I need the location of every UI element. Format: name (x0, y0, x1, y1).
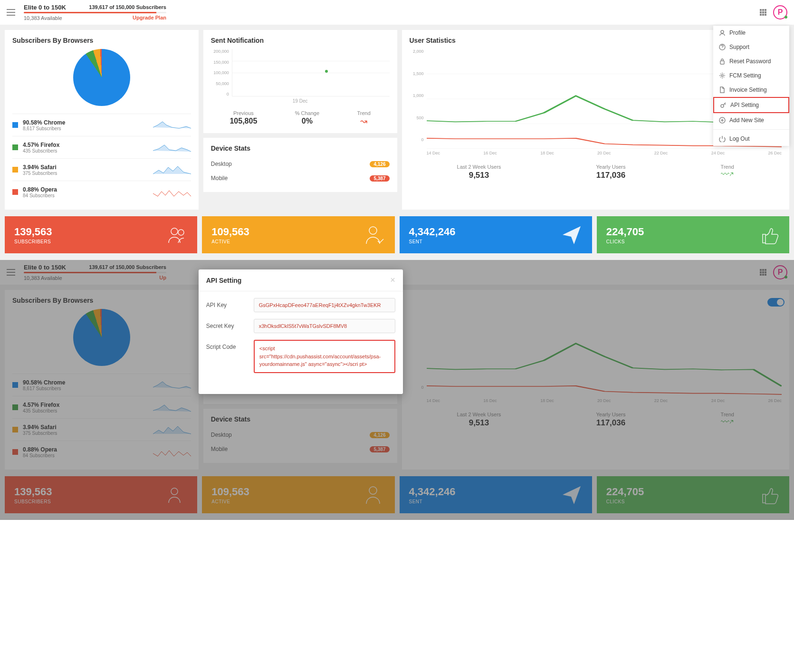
notification-card: Sent Notification 200,000150,000100,0005… (203, 30, 397, 133)
apps-icon[interactable] (760, 9, 766, 16)
color-swatch (12, 189, 18, 195)
browsers-pie (73, 49, 130, 106)
user-yaxis: 2,0001,5001,0005000 (410, 49, 427, 149)
dropdown-reset-password[interactable]: Reset Password (713, 54, 789, 68)
secret-key-field[interactable]: x3hOksdlCklS5t7vWaTGslvSDF8MV8 (254, 319, 395, 333)
device-row: Mobile5,387 (211, 171, 390, 185)
svg-point-12 (369, 227, 377, 234)
browser-row: 3.94% Safari375 Subscribers (12, 158, 191, 181)
kpi-row: 139,563SUBSCRIBERS 109,563ACTIVE 4,342,2… (0, 216, 794, 260)
browser-row: 4.57% Firefox435 Subscribers (12, 136, 191, 158)
notif-plot (232, 49, 390, 96)
topbar: Elite 0 to 150K 139,617 of 150,000 Subsc… (0, 0, 794, 25)
upgrade-plan-link[interactable]: Upgrade Plan (133, 15, 166, 20)
users-icon (166, 224, 188, 246)
color-swatch (12, 167, 18, 173)
device-badge: 5,387 (370, 175, 389, 182)
sparkline (153, 185, 191, 199)
power-icon (719, 135, 726, 142)
svg-point-0 (721, 30, 724, 33)
avatar[interactable]: P (773, 5, 787, 19)
plan-progress (24, 12, 166, 13)
dropdown-profile[interactable]: Profile (713, 26, 789, 40)
api-key-label: API Key (206, 298, 254, 308)
browser-row: 90.58% Chrome8,617 Subscribers (12, 114, 191, 136)
kpi-active[interactable]: 109,563ACTIVE (202, 216, 394, 253)
dropdown-add-new-site[interactable]: Add New Site (713, 113, 789, 127)
dropdown-invoice-setting[interactable]: Invoice Setting (713, 83, 789, 97)
browsers-card: Subscribers By Browsers 90.58% Chrome8,6… (5, 30, 199, 210)
trend-up-icon: 〰↗ (721, 170, 734, 180)
svg-point-11 (178, 230, 184, 235)
dropdown-fcm-setting[interactable]: FCM Setting (713, 68, 789, 83)
kpi-subscribers[interactable]: 139,563SUBSCRIBERS (5, 216, 197, 253)
svg-point-3 (721, 75, 723, 77)
dropdown-api-setting[interactable]: API Setting (713, 97, 789, 113)
dashboard-bottom: Elite 0 to 150K 139,617 of 150,000 Subsc… (0, 260, 794, 520)
browser-row: 0.88% Opera84 Subscribers (12, 181, 191, 203)
user-icon (719, 29, 726, 36)
menu-icon[interactable] (7, 9, 15, 16)
script-code-label: Script Code (206, 340, 254, 350)
sparkline (153, 163, 191, 177)
trend-down-icon: ↝ (357, 116, 370, 126)
thumb-icon (758, 224, 780, 246)
dropdown-logout[interactable]: Log Out (713, 132, 789, 146)
kpi-clicks[interactable]: 224,705CLICKS (597, 216, 789, 253)
lock-icon (719, 58, 726, 65)
color-swatch (12, 144, 18, 150)
dropdown-support[interactable]: Support (713, 40, 789, 54)
key-icon (720, 102, 727, 108)
notification-title: Sent Notification (211, 37, 390, 44)
secret-key-label: Secret Key (206, 319, 254, 329)
browsers-title: Subscribers By Browsers (12, 37, 191, 44)
user-xaxis: 14 Dec16 Dec18 Dec20 Dec22 Dec24 Dec26 D… (410, 149, 782, 155)
modal-close-icon[interactable]: × (390, 275, 395, 285)
send-icon (561, 224, 583, 246)
device-row: Desktop4,126 (211, 157, 390, 171)
sparkline (153, 118, 191, 132)
kpi-sent[interactable]: 4,342,246SENT (400, 216, 592, 253)
file-icon (719, 86, 726, 93)
profile-dropdown: Profile Support Reset Password FCM Setti… (713, 26, 789, 146)
plan-subscribers: 139,617 of 150,000 Subscribers (89, 4, 166, 10)
device-badge: 4,126 (370, 161, 389, 167)
script-code-field[interactable]: <script src="https://cdn.pushassist.com/… (254, 340, 395, 373)
devices-card: Device Stats Desktop4,126 Mobile5,387 (203, 138, 397, 192)
api-key-field[interactable]: GsGPxHcapDFeeo477aEReqF1j4tXZv4gknTw3EKR (254, 298, 395, 312)
user-check-icon (364, 224, 385, 246)
svg-rect-2 (720, 61, 724, 64)
help-icon (719, 44, 726, 50)
notif-yaxis: 200,000150,000100,00050,0000 (211, 49, 232, 96)
sparkline (153, 140, 191, 154)
gear-icon (719, 72, 726, 79)
plus-icon (719, 117, 726, 124)
dashboard-top: Elite 0 to 150K 139,617 of 150,000 Subsc… (0, 0, 794, 260)
svg-point-10 (171, 228, 178, 235)
modal-title: API Setting (206, 277, 242, 284)
color-swatch (12, 122, 18, 128)
api-setting-modal: API Setting × API Key GsGPxHcapDFeeo477a… (199, 269, 403, 394)
devices-title: Device Stats (211, 144, 390, 152)
